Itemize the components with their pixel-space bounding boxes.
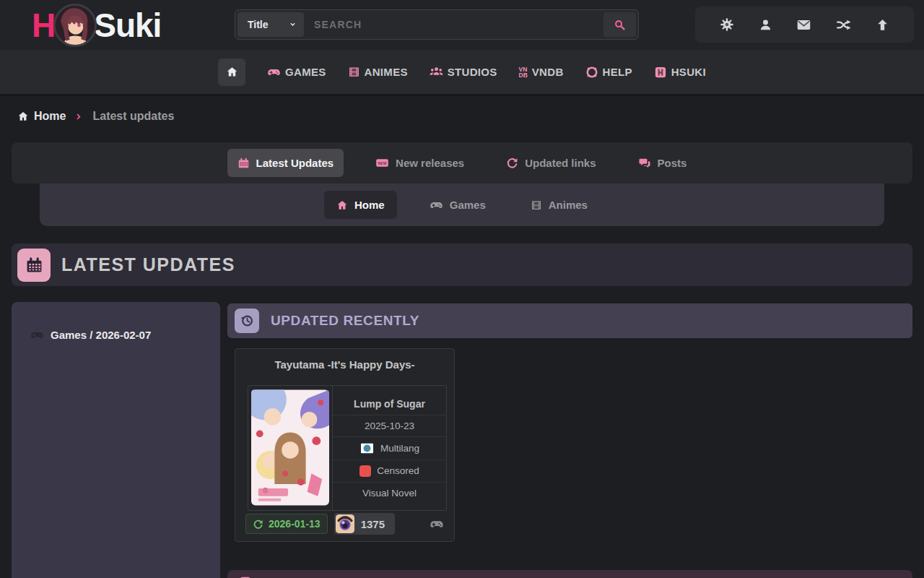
gamepad-icon	[267, 65, 281, 79]
gamepad-icon	[430, 198, 443, 212]
breadcrumb-current: Latest updates	[92, 110, 174, 123]
user-icon	[759, 18, 772, 32]
tab-row: Latest Updates NEW New releases Updated …	[12, 142, 912, 184]
game-card: Tayutama -It's Happy Days- Lump of Sugar	[235, 348, 455, 542]
game-censorship: Censored	[333, 460, 446, 482]
site-logo[interactable]: H Suki	[32, 0, 161, 50]
updated-recently-header: UPDATED RECENTLY	[227, 303, 912, 338]
views-badge: 1375	[334, 513, 395, 535]
game-genre: Visual Novel	[333, 482, 446, 504]
gear-icon	[720, 17, 734, 32]
search-icon	[614, 19, 626, 31]
logo-avatar	[53, 4, 97, 47]
gamepad-icon	[239, 573, 252, 578]
home-icon	[17, 111, 29, 122]
nav-item-animes[interactable]: ANIMES	[348, 66, 408, 78]
nav-item-label: STUDIOS	[448, 66, 497, 78]
arrow-up-icon	[876, 18, 889, 32]
home-icon	[226, 66, 238, 78]
settings-button[interactable]	[720, 17, 734, 32]
calendar-icon	[237, 157, 250, 169]
subtab-label: Home	[354, 199, 385, 211]
tab-new-releases[interactable]: NEW New releases	[365, 148, 474, 178]
new-badge-icon: NEW	[375, 156, 389, 170]
users-icon	[430, 65, 443, 79]
update-date-badge: 2026-01-13	[245, 514, 328, 534]
logo-text-prefix: H	[32, 6, 55, 45]
tab-label: New releases	[396, 157, 464, 169]
search-input[interactable]	[304, 19, 603, 30]
breadcrumb-home-label: Home	[34, 110, 66, 123]
envelope-icon	[796, 17, 811, 33]
home-icon	[336, 199, 348, 211]
shuffle-icon	[836, 17, 851, 33]
chevron-down-icon	[289, 21, 297, 29]
sidebar-item-label: Games / 2026-02-07	[51, 329, 151, 341]
subtab-label: Animes	[549, 199, 588, 211]
subtab-home[interactable]: Home	[324, 191, 397, 219]
film-icon	[348, 66, 360, 78]
nav-item-vndb[interactable]: VN DB VNDB	[519, 66, 564, 78]
nav-item-label: HELP	[603, 66, 632, 78]
nav-item-label: HSUKI	[671, 66, 706, 78]
vndb-icon: VN DB	[519, 66, 528, 78]
card-footer: 2026-01-13 1375	[245, 513, 444, 535]
random-button[interactable]	[836, 17, 851, 33]
panel-title: UPDATED RECENTLY	[271, 313, 419, 329]
sidebar-item-games-date[interactable]: Games / 2026-02-07	[30, 328, 220, 342]
gamepad-icon	[30, 328, 44, 342]
section-header: LATEST UPDATES	[12, 243, 912, 286]
calendar-icon	[17, 249, 51, 282]
game-title[interactable]: Tayutama -It's Happy Days-	[235, 349, 454, 371]
censored-chip-icon	[359, 465, 371, 477]
nav-item-help[interactable]: HELP	[585, 66, 632, 79]
subtab-games[interactable]: Games	[417, 190, 498, 220]
game-release-date: 2025-10-23	[333, 415, 446, 436]
nav-item-label: VNDB	[532, 66, 564, 78]
svg-text:NEW: NEW	[378, 161, 387, 165]
history-icon	[235, 309, 259, 333]
game-studio[interactable]: Lump of Sugar	[333, 393, 446, 415]
card-details: Lump of Sugar 2025-10-23 Multilang Censo…	[332, 386, 446, 510]
gamepad-icon[interactable]	[430, 517, 444, 531]
tab-label: Posts	[658, 157, 687, 169]
topbar-actions	[695, 7, 914, 43]
tab-label: Updated links	[525, 157, 596, 169]
game-language: Multilang	[333, 436, 446, 460]
scroll-top-button[interactable]	[876, 18, 889, 32]
nav-item-hsuki[interactable]: HSUKI	[654, 66, 706, 79]
subtab-label: Games	[450, 199, 486, 211]
refresh-icon	[253, 519, 263, 530]
life-ring-icon	[585, 66, 598, 79]
search-category-value: Title	[248, 19, 269, 30]
tab-label: Latest Updates	[256, 157, 334, 169]
chevron-right-icon	[74, 112, 84, 121]
top-bar: H Suki Title	[0, 0, 924, 50]
nav-home-button[interactable]	[218, 59, 245, 86]
messages-button[interactable]	[796, 17, 811, 33]
profile-button[interactable]	[759, 18, 772, 32]
globe-flag-icon	[359, 442, 375, 454]
search-category-select[interactable]: Title	[237, 12, 304, 37]
nav-item-studios[interactable]: STUDIOS	[430, 65, 497, 79]
nav-item-label: ANIMES	[365, 66, 408, 78]
tab-posts[interactable]: Posts	[628, 149, 697, 178]
views-count: 1375	[361, 518, 385, 530]
tab-updated-links[interactable]: Updated links	[496, 149, 606, 177]
subtab-animes[interactable]: Animes	[518, 191, 600, 219]
logo-text-suffix: Suki	[94, 6, 161, 45]
subtab-row: Home Games Animes	[40, 184, 884, 226]
tab-latest-updates[interactable]: Latest Updates	[227, 149, 344, 177]
comments-icon	[638, 157, 651, 170]
next-section-header-partial	[227, 570, 912, 578]
film-icon	[531, 199, 542, 211]
breadcrumb-home-link[interactable]: Home	[17, 110, 66, 123]
search-bar: Title	[235, 9, 639, 40]
nav-item-label: GAMES	[285, 66, 326, 78]
nav-item-games[interactable]: GAMES	[267, 65, 326, 79]
sidebar: Games / 2026-02-07	[12, 302, 220, 578]
game-cover-image[interactable]	[251, 389, 329, 506]
eye-thumbnail-icon	[336, 514, 354, 533]
card-media-box: Lump of Sugar 2025-10-23 Multilang Censo…	[248, 385, 447, 511]
search-button[interactable]	[603, 12, 636, 37]
